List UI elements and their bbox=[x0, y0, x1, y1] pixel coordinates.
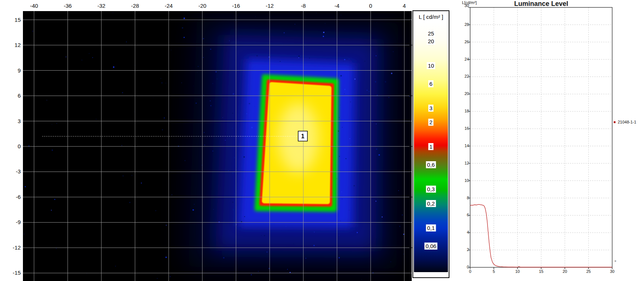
colorbar-value-label: 6 bbox=[428, 80, 434, 87]
luminance-analysis-window: 1 -40-36-32-28-24-20-16-12-8-404 1512963… bbox=[0, 0, 644, 281]
colorbar-value-label: 3 bbox=[428, 105, 434, 112]
chart-x-tick-label: 10 bbox=[512, 269, 523, 274]
chart-y-tick-label: 28 bbox=[461, 22, 469, 27]
map-x-tick-label: 4 bbox=[393, 3, 415, 9]
colorbar-title: L [ cd/m² ] bbox=[413, 14, 449, 20]
chart-y-tick-label: 2 bbox=[461, 247, 469, 252]
chart-y-tick-label: 16 bbox=[461, 126, 469, 131]
colorbar-value-label: 0,1 bbox=[426, 224, 436, 231]
colorbar-value-label: 10 bbox=[427, 62, 435, 69]
legend-series-name: 21048-1-1 bbox=[618, 120, 636, 124]
map-edge-tick bbox=[409, 45, 412, 45]
chart-y-tick-label: 10 bbox=[461, 178, 469, 183]
chart-y-tick-label: 8 bbox=[461, 196, 469, 200]
chart-x-tick-label: 20 bbox=[559, 269, 570, 274]
map-x-tick-label: -24 bbox=[158, 3, 180, 9]
map-x-tick-label: -12 bbox=[259, 3, 281, 9]
map-y-tick-label: -15 bbox=[0, 270, 21, 276]
section-line-label: 1 bbox=[298, 131, 307, 141]
chart-y-tick-label: 30 bbox=[461, 3, 469, 8]
map-edge-tick bbox=[409, 247, 412, 248]
map-x-tick-label: 0 bbox=[360, 3, 382, 9]
chart-x-tick-label: 25 bbox=[583, 269, 594, 274]
map-x-tick-label: -36 bbox=[57, 3, 79, 9]
chart-y-tick-label: 14 bbox=[461, 143, 469, 148]
colorbar-value-label: 20 bbox=[427, 38, 435, 45]
colorbar-value-label: 0,3 bbox=[426, 186, 436, 193]
map-y-tick-label: 9 bbox=[0, 67, 21, 74]
chart-y-tick-label: 6 bbox=[461, 213, 469, 217]
luminance-level-chart-panel: Luminance Level L[cd/m²] 024681012141618… bbox=[461, 0, 644, 281]
map-y-tick-label: 3 bbox=[0, 118, 21, 124]
map-edge-tick bbox=[409, 197, 412, 197]
chart-y-tick-label: 20 bbox=[461, 91, 469, 96]
map-x-tick-label: -20 bbox=[191, 3, 213, 9]
chart-x-axis-unit: ° bbox=[614, 259, 616, 265]
chart-y-tick-label: 22 bbox=[461, 74, 469, 78]
map-edge-tick bbox=[409, 146, 412, 147]
luminance-map-panel: 1 -40-36-32-28-24-20-16-12-8-404 1512963… bbox=[0, 0, 461, 281]
chart-y-tick-label: 24 bbox=[461, 57, 469, 61]
map-x-tick-label: -8 bbox=[292, 3, 314, 9]
map-x-tick-label: -4 bbox=[326, 3, 348, 9]
legend-series-marker-icon bbox=[614, 121, 616, 123]
chart-x-tick-label: 15 bbox=[536, 269, 547, 274]
map-x-tick-label: -28 bbox=[124, 3, 146, 9]
colorbar-value-label: 2 bbox=[428, 119, 434, 126]
luminance-level-chart bbox=[461, 0, 644, 281]
chart-legend: 21048-1-1 bbox=[614, 120, 636, 124]
map-y-tick-label: 0 bbox=[0, 143, 21, 149]
colorbar-value-label: 1 bbox=[428, 143, 434, 150]
chart-y-tick-label: 18 bbox=[461, 109, 469, 113]
map-y-tick-label: -9 bbox=[0, 219, 21, 225]
colorbar-value-label: 0,06 bbox=[424, 243, 437, 250]
colorbar-value-label: 25 bbox=[427, 30, 435, 37]
map-edge-tick bbox=[409, 95, 412, 96]
chart-y-tick-label: 12 bbox=[461, 161, 469, 165]
map-x-tick-label: -16 bbox=[225, 3, 247, 9]
chart-x-tick-label: 5 bbox=[488, 269, 499, 274]
map-y-tick-label: -3 bbox=[0, 168, 21, 175]
svg-text:1: 1 bbox=[301, 133, 304, 139]
map-x-tick-label: -32 bbox=[90, 3, 112, 9]
luminance-map: 1 bbox=[23, 11, 412, 281]
map-y-tick-label: -6 bbox=[0, 194, 21, 200]
chart-x-tick-label: 0 bbox=[465, 269, 476, 274]
map-x-tick-label: -40 bbox=[23, 3, 45, 9]
colorbar-value-label: 0,2 bbox=[426, 200, 436, 207]
chart-y-tick-label: 26 bbox=[461, 40, 469, 44]
map-y-tick-label: 12 bbox=[0, 42, 21, 48]
chart-x-tick-label: 30 bbox=[607, 269, 618, 274]
chart-y-tick-label: 0 bbox=[461, 265, 469, 269]
colorbar: L [ cd/m² ] 25201063210,60,30,20,10,06 bbox=[412, 10, 449, 278]
chart-y-tick-label: 4 bbox=[461, 230, 469, 234]
map-y-tick-label: 15 bbox=[0, 17, 21, 23]
colorbar-value-label: 0,6 bbox=[426, 161, 436, 168]
map-y-tick-label: -12 bbox=[0, 244, 21, 251]
map-y-tick-label: 6 bbox=[0, 92, 21, 99]
